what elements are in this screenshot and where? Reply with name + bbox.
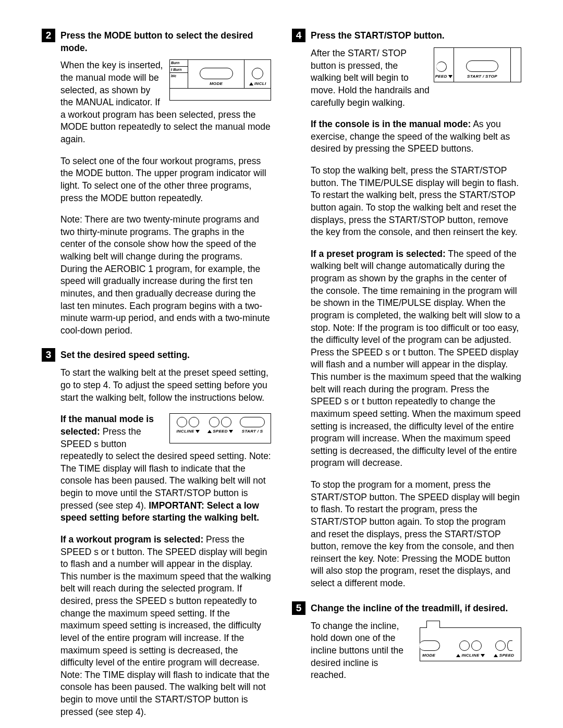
step-3-title: Set the desired speed setting. [60,348,190,362]
incline-button-icon [252,68,263,79]
fig3-startstop-label: START / STOP [467,74,497,80]
fig1-incli-label: INCLI [249,81,266,87]
step-number-3: 3 [42,348,55,362]
figure-mode-console: Burn t Burn bic MODE INCLI [169,59,271,101]
left-column: 2 Press the MODE button to select the de… [42,29,271,728]
start-stop-button-icon [466,60,498,72]
step-number-5: 5 [292,601,305,615]
step-4-p5: To stop the program for a moment, press … [311,479,521,590]
triangle-up-icon [249,82,253,85]
step-2: 2 Press the MODE button to select the de… [42,29,271,337]
fig2-incline-label: INCLINE [177,429,200,435]
fig4-mode-label: MODE [422,653,435,659]
step-2-p2: To select one of the four workout progra… [60,155,271,205]
figure-incline-console: MODE INCLINE [420,627,521,661]
step-2-title: Press the MODE button to select the desi… [60,29,271,54]
incline-up-icon [459,640,470,651]
step-4-title: Press the START/STOP button. [311,29,445,42]
right-column: 4 Press the START/STOP button. PEED STAR… [292,29,521,728]
incline-up-icon [177,417,187,427]
step-3: 3 Set the desired speed setting. To star… [42,348,271,718]
triangle-down-icon [448,75,452,78]
figure-speed-console: INCLINE SPEED START / S [169,413,271,443]
fig1-mode-label: MODE [210,81,223,87]
fig4-speed-label: SPEED [494,653,514,659]
fig4-tab [426,621,440,628]
triangle-up-icon [456,654,460,657]
triangle-down-icon [195,430,200,433]
speed-down-partial-icon [507,640,512,651]
step-3-p3: If a workout program is selected: Press … [60,534,271,718]
fig2-start-label: START / S [242,429,263,435]
page-columns: 2 Press the MODE button to select the de… [42,29,521,728]
fig4-incline-label: INCLINE [456,653,485,659]
fig2-speed-label: SPEED [207,429,234,435]
fig1-label-tburn: t Burn [170,67,188,73]
speed-up-icon [495,640,506,651]
mode-button-partial-icon [419,640,440,651]
mode-button-icon [200,68,233,79]
incline-down-icon [471,640,482,651]
start-button-icon [240,417,265,427]
step-3-p1: To start the walking belt at the preset … [60,367,271,404]
fig1-label-bic: bic [170,73,188,88]
triangle-down-icon [229,430,233,433]
step-4-p3: To stop the walking belt, press the STAR… [311,165,521,239]
fig1-label-burn: Burn [170,60,188,66]
step-4: 4 Press the START/STOP button. PEED STAR… [292,29,521,590]
step-5-title: Change the incline of the treadmill, if … [311,601,508,615]
step-4-p4: If a preset program is selected: The spe… [311,248,521,470]
step-number-2: 2 [42,29,55,42]
step-5: 5 Change the incline of the treadmill, i… [292,601,521,682]
step-number-4: 4 [292,29,305,42]
triangle-up-icon [494,654,498,657]
speed-up-icon [209,417,219,427]
triangle-up-icon [207,430,212,433]
speed-down-icon [221,417,231,427]
speed-button-partial-icon [436,61,447,72]
triangle-down-icon [481,654,485,657]
incline-down-icon [189,417,199,427]
step-2-p3: Note: There are two twenty-minute progra… [60,214,271,337]
step-4-p2: If the console is in the manual mode: As… [311,118,521,155]
figure-start-stop-console: PEED START / STOP [434,47,521,82]
fig3-peed-label: PEED [435,74,453,80]
